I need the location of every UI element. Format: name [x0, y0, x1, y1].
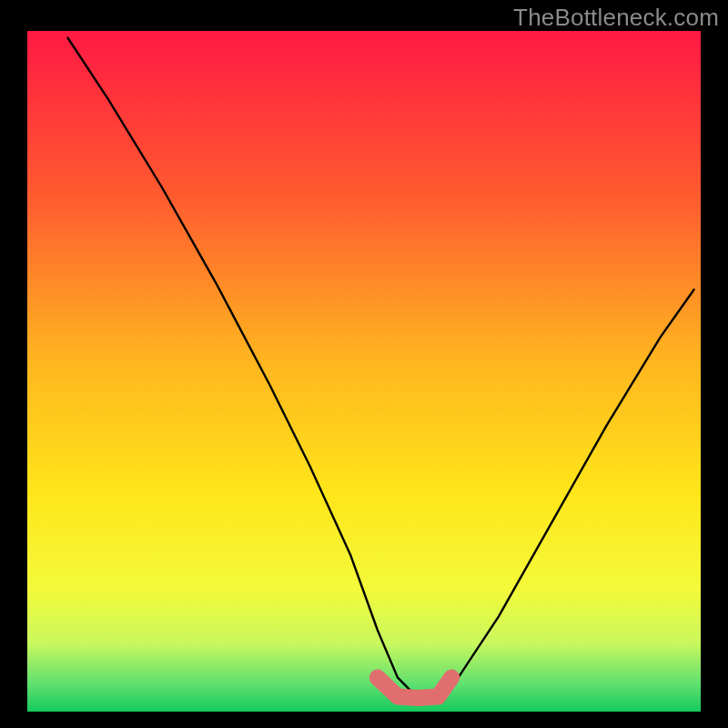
- chart-container: TheBottleneck.com: [0, 0, 728, 728]
- watermark-label: TheBottleneck.com: [513, 4, 719, 32]
- chart-svg: [0, 0, 728, 728]
